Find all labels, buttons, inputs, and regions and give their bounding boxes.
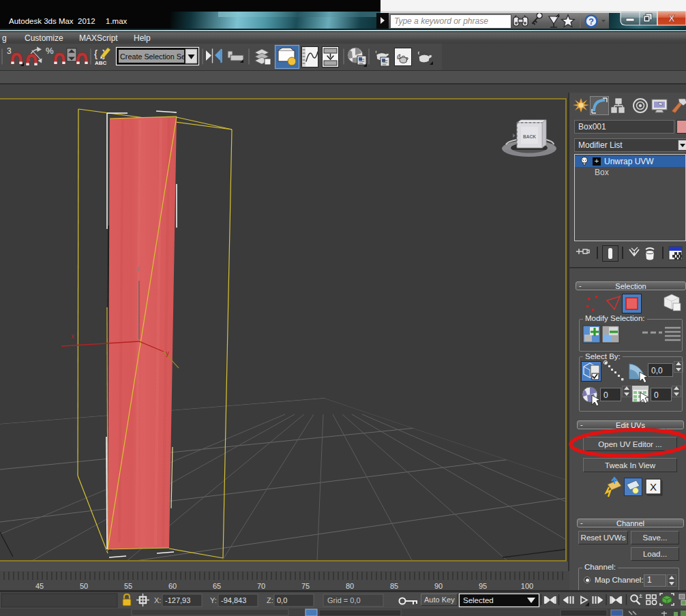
svg-text:80: 80 bbox=[346, 582, 354, 590]
svg-text:70: 70 bbox=[257, 582, 265, 590]
svg-text:%: % bbox=[46, 46, 54, 56]
svg-text:50: 50 bbox=[80, 582, 88, 590]
svg-text:0,0: 0,0 bbox=[651, 366, 663, 375]
svg-text:0: 0 bbox=[654, 390, 659, 400]
svg-text:ABC: ABC bbox=[95, 60, 107, 66]
svg-text:-94,843: -94,843 bbox=[221, 596, 246, 604]
svg-text:X: X bbox=[650, 481, 657, 493]
svg-text:x: x bbox=[71, 333, 74, 340]
svg-text:Selected: Selected bbox=[463, 596, 494, 604]
svg-text:Create Selection Se: Create Selection Se bbox=[120, 52, 185, 61]
svg-text:75: 75 bbox=[301, 582, 310, 590]
svg-text:?: ? bbox=[588, 16, 594, 27]
svg-text:0,0: 0,0 bbox=[277, 596, 287, 604]
svg-text:y: y bbox=[166, 350, 169, 357]
svg-text:Grid = 0,0: Grid = 0,0 bbox=[327, 596, 361, 604]
svg-text:Auto Key: Auto Key bbox=[424, 596, 455, 604]
svg-text:60: 60 bbox=[168, 582, 177, 590]
svg-text:65: 65 bbox=[213, 582, 221, 590]
svg-text:X:: X: bbox=[154, 596, 161, 604]
svg-text:-127,93: -127,93 bbox=[165, 596, 190, 604]
svg-text:55: 55 bbox=[124, 582, 132, 590]
svg-text:90: 90 bbox=[434, 582, 443, 590]
svg-text:0: 0 bbox=[603, 390, 608, 400]
svg-text:X: X bbox=[668, 13, 675, 24]
svg-text:±: ± bbox=[639, 592, 642, 599]
svg-text:BACK: BACK bbox=[523, 134, 536, 139]
svg-text:Y:: Y: bbox=[210, 596, 217, 604]
svg-text:85: 85 bbox=[390, 582, 398, 590]
svg-text:100: 100 bbox=[521, 582, 533, 590]
svg-text:{: { bbox=[94, 48, 98, 59]
svg-text:Z:: Z: bbox=[267, 596, 273, 604]
svg-text:45: 45 bbox=[35, 582, 44, 590]
svg-text:3: 3 bbox=[7, 46, 12, 56]
svg-text:95: 95 bbox=[479, 582, 487, 590]
svg-text:z: z bbox=[136, 265, 140, 273]
